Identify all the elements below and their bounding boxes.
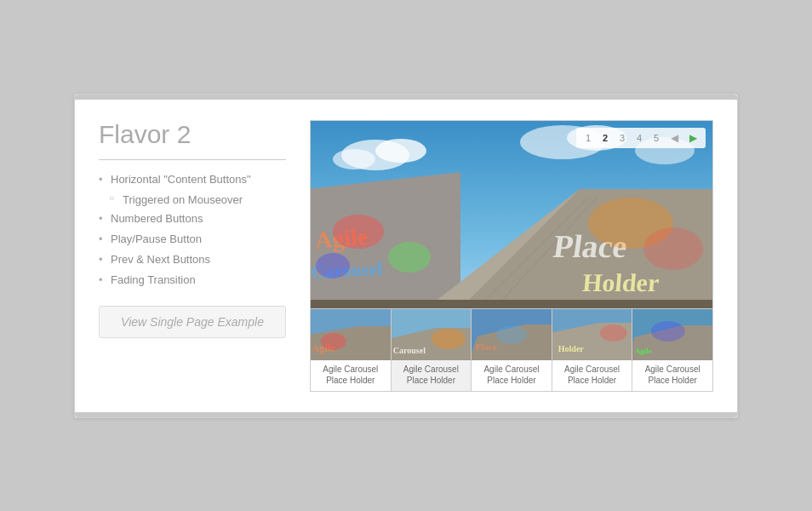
feature-list: Horizontal "Content Buttons" Triggered o… (99, 172, 286, 289)
svg-point-3 (333, 149, 375, 169)
thumb-label-3: Agile CarouselPlace Holder (480, 360, 542, 391)
svg-text:Holder: Holder (558, 344, 585, 353)
main-card: Flavor 2 Horizontal "Content Buttons" Tr… (74, 94, 738, 418)
carousel-next-button[interactable]: ▶ (685, 130, 700, 146)
right-panel: Agile Carousel Place Holder (310, 120, 713, 392)
feature-item-2: Triggered on Mouseover (99, 192, 286, 208)
thumb-image-5: Agile (632, 309, 712, 360)
svg-rect-21 (311, 300, 712, 308)
page-title: Flavor 2 (99, 120, 286, 149)
thumb-image-1: Agile (311, 309, 391, 360)
carousel-main-image: Agile Carousel Place Holder (311, 121, 712, 308)
card-inner: Flavor 2 Horizontal "Content Buttons" Tr… (75, 100, 737, 412)
left-panel: Flavor 2 Horizontal "Content Buttons" Tr… (99, 120, 286, 392)
svg-point-2 (375, 139, 426, 163)
carousel-num-3[interactable]: 3 (615, 131, 629, 145)
carousel-prev-button[interactable]: ◀ (666, 130, 682, 146)
svg-point-33 (496, 325, 527, 344)
view-example-button[interactable]: View Single Page Example (99, 306, 286, 338)
carousel-controls: 1 2 3 4 5 ◀ ▶ (576, 128, 706, 148)
svg-text:Place: Place (476, 342, 497, 352)
svg-text:Holder: Holder (581, 268, 660, 297)
svg-point-15 (388, 242, 431, 273)
feature-item-5: Prev & Next Buttons (99, 252, 286, 267)
carousel-container: Agile Carousel Place Holder (310, 120, 713, 309)
thumbnail-5[interactable]: Agile Agile CarouselPlace Holder (632, 309, 712, 391)
thumbnail-2[interactable]: Carousel Agile CarouselPlace Holder (392, 309, 472, 391)
carousel-num-4[interactable]: 4 (632, 131, 646, 145)
svg-point-14 (333, 215, 384, 249)
svg-point-41 (651, 321, 685, 342)
thumb-image-3: Place (472, 309, 552, 360)
svg-point-37 (600, 324, 627, 342)
thumb-label-5: Agile CarouselPlace Holder (642, 360, 704, 391)
bottom-line (75, 412, 737, 417)
thumbnail-4[interactable]: Holder Agile CarouselPlace Holder (552, 309, 633, 391)
thumb-image-2: Carousel (392, 309, 472, 360)
carousel-num-1[interactable]: 1 (581, 131, 595, 145)
svg-point-29 (431, 329, 465, 349)
thumbnails-strip: Agile Agile CarouselPlace Holder Carouse… (310, 309, 713, 392)
svg-point-25 (321, 333, 346, 350)
svg-point-20 (643, 227, 703, 270)
svg-text:Agile: Agile (635, 347, 652, 355)
feature-item-3: Numbered Buttons (99, 211, 286, 227)
carousel-num-2[interactable]: 2 (598, 131, 612, 145)
thumbnail-3[interactable]: Place Agile CarouselPlace Holder (472, 309, 552, 391)
carousel-num-5[interactable]: 5 (649, 131, 663, 145)
thumb-label-1: Agile CarouselPlace Holder (319, 360, 381, 391)
divider (99, 159, 286, 160)
thumb-label-4: Agile CarouselPlace Holder (561, 360, 623, 391)
svg-text:Carousel: Carousel (392, 346, 425, 355)
thumbnail-1[interactable]: Agile Agile CarouselPlace Holder (311, 309, 392, 391)
svg-point-16 (316, 253, 350, 278)
feature-item-1: Horizontal "Content Buttons" (99, 172, 286, 187)
feature-item-4: Play/Pause Button (99, 232, 286, 247)
feature-item-6: Fading Transition (99, 273, 286, 288)
thumb-label-2: Agile CarouselPlace Holder (400, 360, 462, 391)
thumb-image-4: Holder (552, 309, 632, 360)
